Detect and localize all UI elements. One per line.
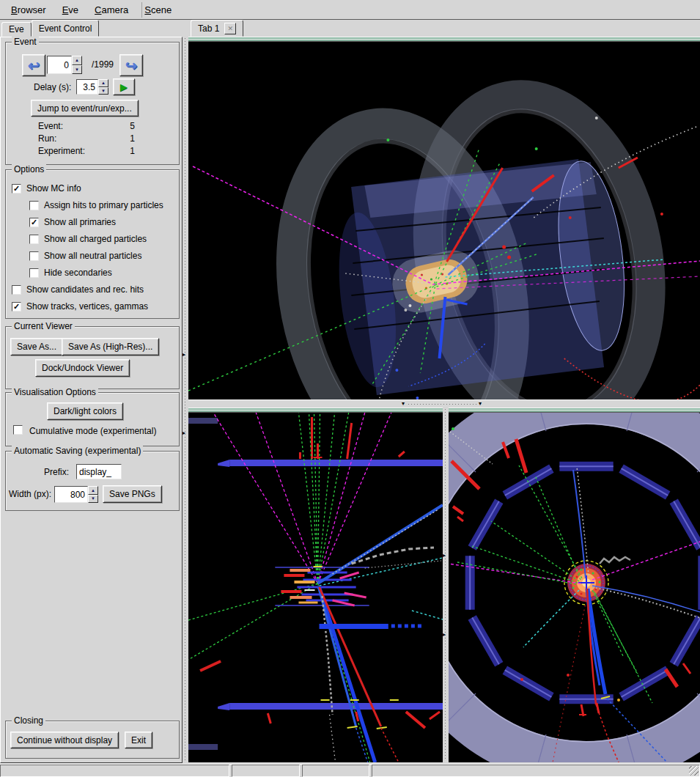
option-row-6[interactable]: Show candidates and rec. hits <box>12 284 144 295</box>
status-segment <box>232 765 300 777</box>
arrow-back-icon: ↩ <box>28 59 40 73</box>
viewer-menu-strip[interactable] <box>188 408 443 413</box>
width-stepper: ▲ ▼ <box>88 486 98 503</box>
status-segment <box>302 765 369 777</box>
option-row-5[interactable]: Hide secondaries <box>29 267 112 279</box>
continue-without-display-button[interactable]: Continue without display <box>10 732 119 748</box>
delay-stepper: ▲ ▼ <box>98 79 108 95</box>
splitter-dots <box>185 38 185 761</box>
event-number-stepper: ▲ ▼ <box>72 56 82 74</box>
status-segment <box>372 765 700 777</box>
option-row-0[interactable]: ✓Show MC info <box>12 183 81 194</box>
exit-button[interactable]: Exit <box>125 732 152 748</box>
status-bar <box>0 764 700 777</box>
checkbox-label: Show MC info <box>26 183 81 194</box>
tab-1-label: Tab 1 <box>198 23 219 34</box>
prefix-input[interactable]: display_ <box>76 464 122 479</box>
panel-splitter[interactable]: ▸ ▸ <box>183 37 188 762</box>
options-group: Options ✓Show MC infoAssign hits to prim… <box>5 169 180 319</box>
spin-down-icon[interactable]: ▼ <box>72 65 82 75</box>
checkbox[interactable] <box>29 201 39 210</box>
option-row-3[interactable]: Show all charged particles <box>29 233 147 245</box>
checkbox-label: Show candidates and rec. hits <box>26 284 144 295</box>
run-info-value: 1 <box>108 133 135 144</box>
checkbox[interactable]: ✓ <box>12 302 21 312</box>
menu-camera[interactable]: Camera <box>86 0 136 19</box>
main-viewer <box>188 37 700 399</box>
checkbox-label: Show all neutral particles <box>44 251 141 261</box>
horizontal-splitter[interactable]: ▾ ▾ <box>188 399 700 408</box>
split ter-arrow-icon[interactable]: ▾ <box>402 401 405 407</box>
cumulative-mode-checkbox[interactable] <box>13 425 23 435</box>
tab-1[interactable]: Tab 1 ✕ <box>191 20 243 37</box>
splitter-arrow-icon[interactable]: ▾ <box>479 401 482 407</box>
option-row-2[interactable]: ✓Show all primaries <box>29 216 116 228</box>
viewer-menu-strip[interactable] <box>449 408 700 413</box>
menu-eve[interactable]: Eve <box>54 0 86 19</box>
resize-grip-icon[interactable] <box>689 766 699 776</box>
delay-input[interactable]: 3.5 <box>76 79 98 95</box>
option-row-7[interactable]: ✓Show tracks, vertices, gammas <box>12 301 148 312</box>
delay-value: 3.5 <box>83 82 95 92</box>
dock-undock-viewer-button[interactable]: Dock/Undock Viewer <box>35 359 130 377</box>
splitter-dots <box>408 404 479 405</box>
tab-eve[interactable]: Eve <box>1 22 32 37</box>
dark-light-colors-button[interactable]: Dark/light colors <box>47 402 123 420</box>
save-as-high-res-button[interactable]: Save As (High-Res)... <box>62 338 159 356</box>
checkbox-label: Hide secondaries <box>44 268 112 278</box>
checkbox[interactable]: ✓ <box>12 184 21 194</box>
event-total-label: /1999 <box>92 59 114 70</box>
next-event-button[interactable]: ↪ <box>119 54 143 76</box>
previous-event-button[interactable]: ↩ <box>22 54 45 76</box>
side-viewer-canvas[interactable] <box>188 413 443 762</box>
checkbox[interactable] <box>29 235 39 244</box>
save-as-button[interactable]: Save As... <box>10 338 63 356</box>
event-info-label: Event: <box>38 121 63 131</box>
splitter-arrow-icon[interactable]: ▸ <box>443 553 446 559</box>
rphi-viewer-canvas[interactable] <box>449 413 700 762</box>
option-row-1[interactable]: Assign hits to primary particles <box>29 199 163 211</box>
event-number-input[interactable]: 0 <box>47 56 72 74</box>
checkbox-label: Show tracks, vertices, gammas <box>26 301 148 312</box>
play-icon: ▶ <box>120 82 128 92</box>
tab-event-control-label: Event Control <box>39 23 92 34</box>
checkbox-label: Show all charged particles <box>44 234 147 244</box>
jump-to-event-button[interactable]: Jump to event/run/exp... <box>31 100 139 117</box>
checkbox[interactable]: ✓ <box>29 218 39 227</box>
menu-browser[interactable]: Browser <box>3 0 54 19</box>
width-label: Width (px): <box>9 489 51 499</box>
cumulative-mode-label: Cumulative mode (experimental) <box>29 426 156 436</box>
event-number-value: 0 <box>64 60 69 70</box>
main-viewer-canvas[interactable] <box>188 42 700 399</box>
splitter-arrow-icon[interactable]: ▸ <box>443 632 446 638</box>
checkbox[interactable] <box>12 285 21 295</box>
width-value: 800 <box>70 490 85 500</box>
prefix-value: display_ <box>79 467 111 477</box>
automatic-saving-group-title: Automatic Saving (experimental) <box>12 446 143 456</box>
menu-bar: BrowserEveCameraScene <box>0 0 700 20</box>
option-row-4[interactable]: Show all neutral particles <box>29 250 141 262</box>
checkbox[interactable] <box>29 268 39 278</box>
status-segment <box>0 765 229 777</box>
spin-down-icon[interactable]: ▼ <box>98 87 108 95</box>
automatic-saving-group: Automatic Saving (experimental) Prefix: … <box>5 451 180 511</box>
splitter-arrow-icon[interactable]: ▸ <box>183 430 185 436</box>
save-pngs-button[interactable]: Save PNGs <box>103 485 162 503</box>
spin-up-icon[interactable]: ▲ <box>98 79 108 87</box>
close-icon[interactable]: ✕ <box>224 23 236 34</box>
menu-scene[interactable]: Scene <box>136 0 180 19</box>
checkbox[interactable] <box>29 251 39 261</box>
event-info-value: 5 <box>108 121 135 131</box>
width-input[interactable]: 800 <box>54 486 88 503</box>
viewer-menu-strip[interactable] <box>188 37 700 42</box>
splitter-arrow-icon[interactable]: ▸ <box>183 352 185 358</box>
rphi-projection-viewer <box>449 408 700 762</box>
play-button[interactable]: ▶ <box>113 78 135 95</box>
spin-up-icon[interactable]: ▲ <box>88 486 98 495</box>
tab-event-control[interactable]: Event Control <box>32 20 100 37</box>
left-tab-bar: Eve Event Control <box>1 20 99 37</box>
spin-up-icon[interactable]: ▲ <box>72 56 82 65</box>
bottom-splitter[interactable]: ▸ ▸ <box>443 408 449 762</box>
spin-down-icon[interactable]: ▼ <box>88 495 98 504</box>
tab-eve-label: Eve <box>9 24 24 34</box>
